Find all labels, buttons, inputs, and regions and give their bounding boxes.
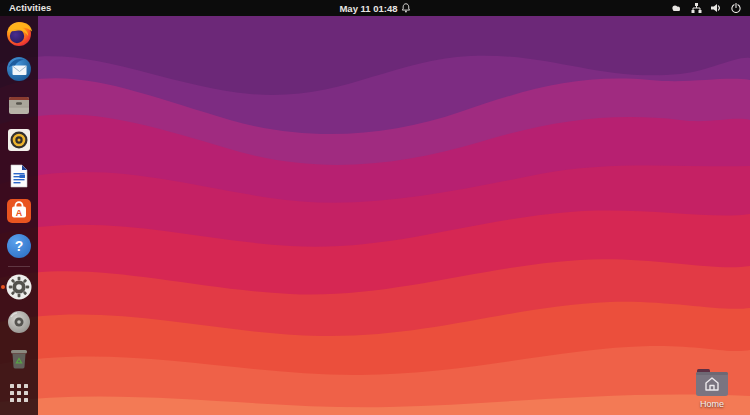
dock-item-thunderbird[interactable] xyxy=(0,51,38,86)
trash-icon xyxy=(4,343,34,373)
disc-icon xyxy=(4,307,34,337)
show-applications-button[interactable] xyxy=(0,376,38,411)
dock-item-rhythmbox[interactable] xyxy=(0,122,38,157)
app-grid-icon xyxy=(10,384,28,402)
firefox-icon xyxy=(4,19,34,49)
dock: A ? xyxy=(0,16,38,415)
ubuntu-software-icon: A xyxy=(4,196,34,226)
dock-item-disc[interactable] xyxy=(0,305,38,340)
system-tray[interactable] xyxy=(671,0,750,16)
dock-item-help[interactable]: ? xyxy=(0,229,38,264)
clock-button[interactable]: May 11 01:48 xyxy=(339,0,410,16)
dock-item-ubuntu-software[interactable]: A xyxy=(0,193,38,228)
top-bar: Activities May 11 01:48 xyxy=(0,0,750,16)
clock-text: May 11 01:48 xyxy=(339,3,397,14)
status-cloud-icon xyxy=(671,4,682,12)
files-icon xyxy=(4,90,34,120)
dock-item-trash[interactable] xyxy=(0,340,38,375)
bell-icon xyxy=(402,3,411,13)
home-folder-icon xyxy=(695,369,729,397)
volume-icon xyxy=(711,3,722,13)
dock-item-firefox[interactable] xyxy=(0,16,38,51)
libreoffice-writer-icon xyxy=(4,161,34,191)
settings-gear-icon xyxy=(4,272,34,302)
dock-item-settings[interactable] xyxy=(0,269,38,304)
dock-item-files[interactable] xyxy=(0,87,38,122)
running-indicator-dot xyxy=(1,285,5,289)
desktop-icon-home[interactable]: Home xyxy=(684,369,740,409)
rhythmbox-icon xyxy=(4,125,34,155)
svg-text:A: A xyxy=(16,207,23,217)
help-icon: ? xyxy=(4,231,34,261)
activities-button[interactable]: Activities xyxy=(0,0,60,16)
wallpaper xyxy=(0,16,750,415)
wired-network-icon xyxy=(691,3,702,13)
dock-item-libreoffice-writer[interactable] xyxy=(0,158,38,193)
svg-text:?: ? xyxy=(15,238,24,254)
thunderbird-icon xyxy=(4,54,34,84)
desktop-screen: Activities May 11 01:48 xyxy=(0,0,750,415)
power-icon xyxy=(731,3,741,13)
home-icon-label: Home xyxy=(700,399,724,409)
dock-separator xyxy=(8,266,30,267)
